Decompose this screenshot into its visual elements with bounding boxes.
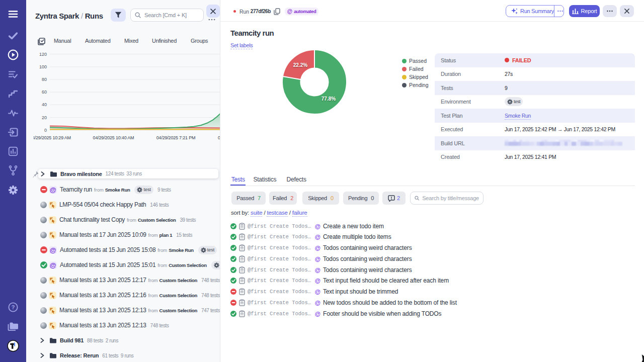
svg-text:?: ? [11, 304, 15, 310]
svg-text:40: 40 [42, 102, 47, 107]
svg-text:80: 80 [42, 77, 47, 82]
svg-text:0: 0 [44, 128, 47, 133]
svg-text:120: 120 [39, 52, 47, 57]
svg-text:100: 100 [39, 64, 47, 69]
svg-text:20: 20 [42, 115, 47, 120]
svg-text:04/29/20: 04/29/20 [218, 135, 220, 140]
svg-text:22.2%: 22.2% [293, 62, 307, 68]
svg-text:04/29/2025 10:29 AM: 04/29/2025 10:29 AM [34, 135, 71, 140]
svg-text:77.8%: 77.8% [321, 96, 336, 102]
svg-text:60: 60 [42, 89, 47, 95]
svg-text:04/29/2025 10:40 AM: 04/29/2025 10:40 AM [93, 135, 134, 140]
svg-text:04/29/2025 7:21 PM: 04/29/2025 7:21 PM [156, 135, 195, 140]
